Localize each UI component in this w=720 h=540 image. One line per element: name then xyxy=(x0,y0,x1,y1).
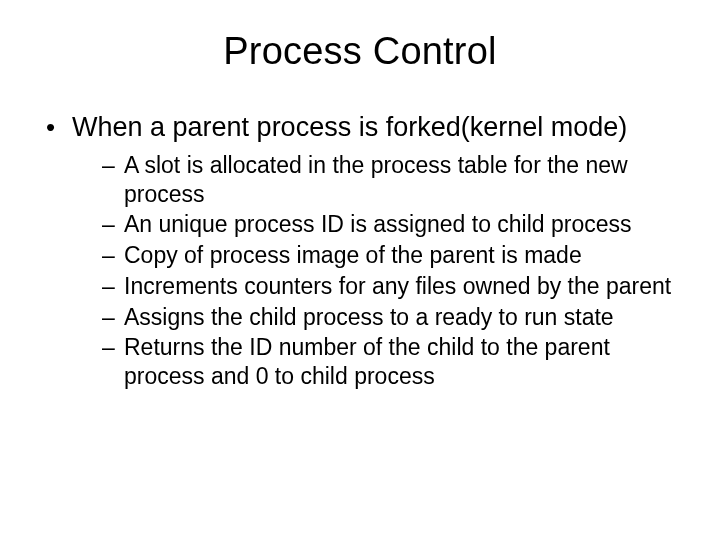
sub-bullet-text: Returns the ID number of the child to th… xyxy=(124,334,610,389)
sub-bullet-text: Assigns the child process to a ready to … xyxy=(124,304,614,330)
bullet-list-level1: When a parent process is forked(kernel m… xyxy=(40,111,680,391)
sub-bullet-item: Returns the ID number of the child to th… xyxy=(102,333,680,391)
sub-bullet-item: An unique process ID is assigned to chil… xyxy=(102,210,680,239)
bullet-text: When a parent process is forked(kernel m… xyxy=(72,112,627,142)
sub-bullet-item: Increments counters for any files owned … xyxy=(102,272,680,301)
sub-bullet-item: A slot is allocated in the process table… xyxy=(102,151,680,209)
slide-title: Process Control xyxy=(40,30,680,73)
bullet-item: When a parent process is forked(kernel m… xyxy=(46,111,680,391)
sub-bullet-item: Copy of process image of the parent is m… xyxy=(102,241,680,270)
slide: Process Control When a parent process is… xyxy=(0,0,720,540)
sub-bullet-text: A slot is allocated in the process table… xyxy=(124,152,628,207)
sub-bullet-text: Copy of process image of the parent is m… xyxy=(124,242,582,268)
sub-bullet-text: Increments counters for any files owned … xyxy=(124,273,671,299)
sub-bullet-item: Assigns the child process to a ready to … xyxy=(102,303,680,332)
bullet-list-level2: A slot is allocated in the process table… xyxy=(72,151,680,391)
sub-bullet-text: An unique process ID is assigned to chil… xyxy=(124,211,632,237)
